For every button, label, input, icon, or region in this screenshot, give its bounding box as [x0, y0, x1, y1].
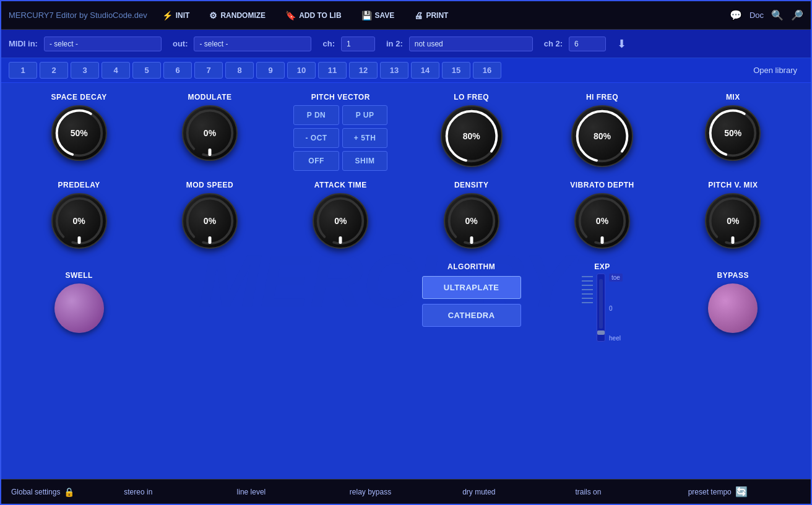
mod-speed-label: MOD SPEED [186, 181, 234, 189]
pv-oct-button[interactable]: - OCT [293, 128, 339, 148]
pv-p-dn-button[interactable]: P DN [293, 105, 339, 125]
randomize-button[interactable]: ⚙ RANDOMIZE [204, 8, 270, 23]
pitch-vmix-label: PITCH V. MIX [708, 181, 758, 189]
controls-row-1: SPACE DECAY 50% MODULATE [14, 93, 798, 171]
relay-bypass-item: relay bypass [350, 488, 462, 496]
vibrato-depth-label: VIBRATO DEPTH [570, 181, 634, 189]
preset-btn-7[interactable]: 7 [194, 62, 223, 79]
zoom-in-icon[interactable]: 🔍 [771, 9, 784, 21]
app-name: MERCURY7 Editor [9, 11, 77, 20]
doc-link[interactable]: Doc [749, 11, 764, 20]
preset-btn-10[interactable]: 10 [287, 62, 316, 79]
algo-cathedra-button[interactable]: CATHEDRA [422, 304, 521, 327]
preset-btn-16[interactable]: 16 [473, 62, 501, 79]
line-level-item: line level [237, 488, 350, 496]
exp-toe-label: toe [609, 274, 623, 282]
algo-ultraplate-button[interactable]: ULTRAPLATE [422, 276, 521, 299]
midi-out-label: out: [173, 39, 188, 48]
space-decay-value: 50% [71, 128, 88, 138]
preset-btn-3[interactable]: 3 [71, 62, 99, 79]
pitch-vector-grid: P DN P UP - OCT + 5TH OFF SHIM [293, 105, 387, 171]
density-label: DENSITY [454, 181, 489, 189]
space-decay-label: SPACE DECAY [51, 93, 107, 101]
swell-label: SWELL [65, 271, 93, 280]
space-decay-knob[interactable]: 50% [51, 105, 107, 161]
hi-freq-knob[interactable]: 80% [571, 105, 633, 167]
bookmark-icon: 🔖 [285, 11, 296, 20]
midi-in2-select[interactable]: not used [409, 37, 533, 51]
mod-speed-cell: MOD SPEED 0% [144, 181, 275, 249]
midi-ch2-label: ch 2: [544, 39, 563, 48]
midi-in-select[interactable]: - select - [44, 37, 162, 51]
predelay-cell: PREDELAY 0% SWELL [14, 181, 144, 333]
print-button[interactable]: 🖨 PRINT [409, 8, 453, 23]
midi-in2-label: in 2: [386, 39, 403, 48]
bypass-circle[interactable] [708, 283, 758, 333]
exp-value: 0 [609, 305, 623, 312]
attack-time-value: 0% [334, 216, 347, 226]
midi-bar: MIDI in: - select - out: - select - ch: … [1, 30, 811, 58]
mix-knob[interactable]: 50% [705, 105, 761, 161]
hi-freq-cell: HI FREQ 80% [537, 93, 667, 167]
preset-btn-11[interactable]: 11 [318, 62, 347, 79]
top-bar: MERCURY7 Editor by StudioCode.dev ⚡ INIT… [1, 1, 811, 30]
pitch-vmix-knob[interactable]: 0% [705, 193, 761, 249]
preset-btn-6[interactable]: 6 [163, 62, 192, 79]
preset-bar: 1 2 3 4 5 6 7 8 9 10 11 12 13 14 15 16 O… [1, 58, 811, 83]
exp-label: EXP [594, 262, 610, 271]
density-algo-cell: DENSITY 0% ALGORITHM ULTRAPLATE CATHEDRA [406, 181, 537, 327]
pv-5th-button[interactable]: + 5TH [342, 128, 388, 148]
midi-ch-select[interactable]: 1 [341, 37, 375, 51]
lo-freq-label: LO FREQ [454, 93, 489, 101]
midi-ch2-select[interactable]: 6 [569, 37, 606, 51]
pv-p-up-button[interactable]: P UP [342, 105, 388, 125]
shuffle-icon: ⚙ [209, 11, 217, 20]
modulate-label: MODULATE [188, 93, 231, 101]
open-library-link[interactable]: Open library [747, 63, 803, 78]
init-button[interactable]: ⚡ INIT [157, 8, 195, 23]
exp-thumb[interactable] [597, 330, 605, 335]
zoom-out-icon[interactable]: 🔎 [791, 9, 803, 21]
preset-btn-9[interactable]: 9 [256, 62, 285, 79]
vibrato-depth-knob[interactable]: 0% [574, 193, 630, 249]
density-knob[interactable]: 0% [444, 193, 499, 249]
pitch-vmix-value: 0% [727, 216, 739, 226]
trails-on-item: trails on [575, 488, 688, 496]
add-to-lib-button[interactable]: 🔖 ADD TO LIB [280, 8, 346, 23]
preset-btn-5[interactable]: 5 [132, 62, 161, 79]
download-icon[interactable]: ⬇ [617, 37, 626, 51]
chat-icon[interactable]: 💬 [730, 9, 742, 21]
mod-speed-value: 0% [204, 216, 216, 226]
preset-btn-8[interactable]: 8 [225, 62, 254, 79]
vibrato-depth-value: 0% [596, 216, 608, 226]
pv-shim-button[interactable]: SHIM [342, 151, 388, 171]
preset-btn-13[interactable]: 13 [380, 62, 408, 79]
mod-speed-knob[interactable]: 0% [182, 193, 238, 249]
save-button[interactable]: 💾 SAVE [356, 8, 400, 23]
attack-time-knob[interactable]: 0% [313, 193, 368, 249]
mix-cell: MIX 50% [668, 93, 798, 161]
preset-btn-1[interactable]: 1 [9, 62, 37, 79]
pv-off-button[interactable]: OFF [293, 151, 339, 171]
lo-freq-value: 80% [463, 131, 480, 141]
print-icon: 🖨 [414, 11, 423, 20]
refresh-icon[interactable]: 🔄 [735, 486, 748, 498]
mix-value: 50% [724, 128, 741, 138]
preset-btn-2[interactable]: 2 [40, 62, 68, 79]
modulate-knob[interactable]: 0% [182, 105, 238, 161]
pitch-vector-label: PITCH VECTOR [311, 93, 370, 101]
preset-btn-12[interactable]: 12 [349, 62, 378, 79]
lo-freq-knob[interactable]: 80% [441, 105, 503, 167]
save-icon: 💾 [361, 11, 372, 20]
midi-out-select[interactable]: - select - [194, 37, 311, 51]
preset-btn-15[interactable]: 15 [442, 62, 470, 79]
density-value: 0% [465, 216, 478, 226]
preset-btn-14[interactable]: 14 [411, 62, 439, 79]
swell-circle[interactable] [54, 283, 104, 333]
preset-tempo-item: preset tempo 🔄 [688, 486, 801, 498]
status-bar: Global settings 🔒 stereo in line level r… [1, 479, 811, 504]
dry-muted-item: dry muted [462, 488, 575, 496]
global-settings-item[interactable]: Global settings 🔒 [11, 487, 124, 497]
preset-btn-4[interactable]: 4 [102, 62, 130, 79]
predelay-knob[interactable]: 0% [51, 193, 107, 249]
